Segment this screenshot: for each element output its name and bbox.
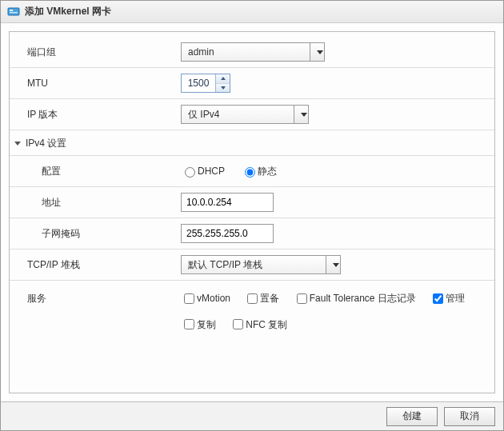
row-subnet: 子网掩码 (10, 220, 494, 247)
tcpip-stack-select[interactable]: 默认 TCP/IP 堆栈 (181, 255, 341, 274)
subnet-input[interactable] (181, 224, 274, 243)
address-input[interactable] (181, 193, 274, 212)
label-tcpip: TCP/IP 堆栈 (10, 258, 178, 272)
mtu-input[interactable] (182, 74, 215, 92)
ip-version-select[interactable]: 仅 IPv4 (181, 105, 309, 124)
radio-dhcp-label: DHCP (198, 166, 225, 177)
checkbox-vmotion[interactable]: vMotion (181, 289, 230, 308)
checkbox-nfc-replication-input[interactable] (233, 319, 243, 329)
radio-dhcp-input[interactable] (185, 167, 195, 178)
checkbox-ft-logging-input[interactable] (297, 293, 307, 304)
create-button[interactable]: 创建 (386, 407, 438, 426)
tcpip-stack-value: 默认 TCP/IP 堆栈 (188, 258, 262, 272)
ipv4-section-header[interactable]: IPv4 设置 (10, 132, 494, 154)
label-mtu: MTU (10, 78, 178, 89)
label-ip-version: IP 版本 (10, 108, 178, 122)
svg-rect-0 (8, 8, 19, 15)
row-config: 配置 DHCP 静态 (10, 158, 494, 185)
row-port-group: 端口组 admin (10, 38, 494, 66)
spinner-down-icon[interactable] (216, 84, 230, 93)
chevron-down-icon (310, 43, 324, 61)
button-bar: 创建 取消 (1, 401, 503, 430)
dialog: 添加 VMkernel 网卡 端口组 admin MTU (0, 0, 504, 431)
ipv4-section-label: IPv4 设置 (26, 137, 66, 150)
label-subnet: 子网掩码 (10, 227, 178, 241)
spinner-up-icon[interactable] (216, 74, 230, 84)
services-group: vMotion 置备 Fault Tolerance 日志记录 管理 (178, 289, 494, 336)
checkbox-provisioning-input[interactable] (247, 293, 258, 304)
checkbox-replication-input[interactable] (184, 319, 194, 329)
row-address: 地址 (10, 189, 494, 216)
checkbox-vmotion-input[interactable] (184, 293, 194, 304)
svg-rect-2 (10, 12, 18, 14)
checkbox-provisioning[interactable]: 置备 (244, 289, 279, 308)
svg-rect-1 (10, 10, 13, 11)
chevron-down-icon (294, 106, 308, 123)
label-config: 配置 (10, 165, 178, 178)
row-tcpip: TCP/IP 堆栈 默认 TCP/IP 堆栈 (10, 251, 494, 278)
radio-static-input[interactable] (245, 167, 255, 178)
form-panel: 端口组 admin MTU (9, 31, 495, 393)
checkbox-replication[interactable]: 复制 (181, 315, 216, 334)
title-bar: 添加 VMkernel 网卡 (1, 1, 503, 23)
chevron-down-icon (14, 142, 21, 146)
chevron-down-icon (326, 256, 340, 273)
row-services: 服务 vMotion 置备 Fault Toleranc (10, 282, 494, 339)
checkbox-management[interactable]: 管理 (430, 289, 465, 308)
row-ip-version: IP 版本 仅 IPv4 (10, 101, 494, 128)
cancel-button[interactable]: 取消 (444, 407, 495, 426)
checkbox-ft-logging[interactable]: Fault Tolerance 日志记录 (294, 289, 416, 308)
ip-version-value: 仅 IPv4 (188, 108, 219, 122)
label-port-group: 端口组 (10, 46, 178, 59)
vmkernel-nic-icon (7, 6, 20, 18)
radio-static[interactable]: 静态 (241, 165, 277, 178)
dialog-title: 添加 VMkernel 网卡 (25, 5, 111, 18)
radio-dhcp[interactable]: DHCP (181, 165, 225, 178)
mtu-spinner[interactable] (181, 74, 230, 93)
radio-static-label: 静态 (258, 165, 277, 178)
content: 端口组 admin MTU (1, 23, 503, 401)
port-group-value: admin (188, 46, 214, 58)
label-services: 服务 (10, 289, 178, 305)
checkbox-nfc-replication[interactable]: NFC 复制 (230, 315, 287, 334)
port-group-select[interactable]: admin (181, 42, 325, 62)
row-mtu: MTU (10, 70, 494, 97)
checkbox-management-input[interactable] (433, 293, 443, 304)
label-address: 地址 (10, 196, 178, 210)
